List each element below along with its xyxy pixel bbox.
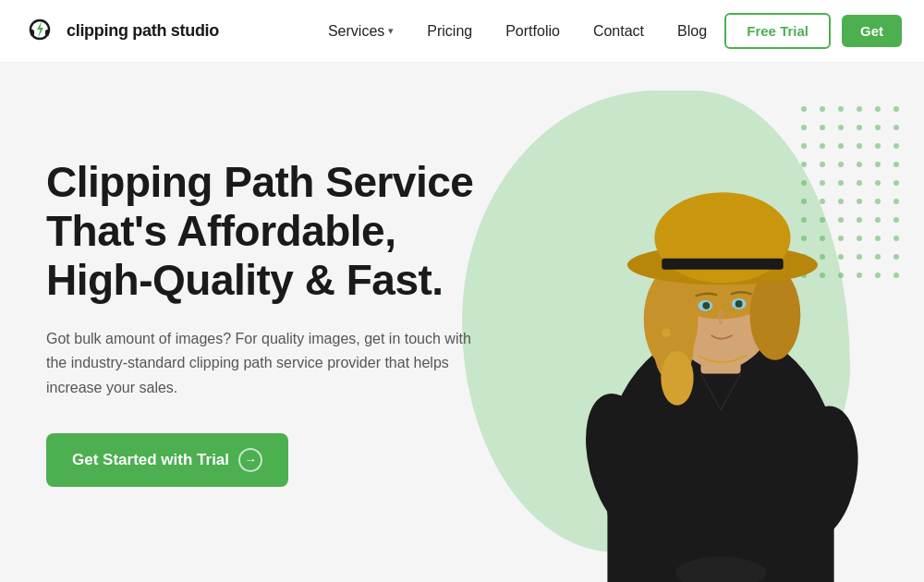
svg-point-79 xyxy=(702,302,710,309)
svg-point-81 xyxy=(662,328,671,337)
hero-description: Got bulk amount of images? For quality i… xyxy=(46,327,471,400)
hero-image xyxy=(444,83,924,582)
navbar-actions: Free Trial Get xyxy=(724,13,902,49)
free-trial-button[interactable]: Free Trial xyxy=(724,13,831,49)
hero-section: // Will render via the SVG circles below xyxy=(0,63,924,582)
navbar: clipping path studio Services ▾ Pricing … xyxy=(0,0,924,63)
hero-content: Clipping Path Service That's Affordable,… xyxy=(0,103,473,542)
nav-portfolio[interactable]: Portfolio xyxy=(505,23,560,40)
nav-links: Services ▾ Pricing Portfolio Contact Blo… xyxy=(328,23,707,40)
get-started-cta-button[interactable]: Get Started with Trial → xyxy=(46,433,288,487)
brand-logo-area: clipping path studio xyxy=(22,14,219,49)
logo-icon xyxy=(22,14,57,49)
hero-title: Clipping Path Service That's Affordable,… xyxy=(46,158,473,305)
svg-point-73 xyxy=(661,351,693,406)
nav-contact[interactable]: Contact xyxy=(593,23,644,40)
svg-rect-2 xyxy=(45,30,49,36)
svg-point-80 xyxy=(736,300,743,308)
nav-blog[interactable]: Blog xyxy=(677,23,707,40)
nav-services[interactable]: Services ▾ xyxy=(328,23,394,40)
get-started-nav-button[interactable]: Get xyxy=(842,15,902,47)
svg-rect-1 xyxy=(30,30,34,36)
svg-rect-76 xyxy=(662,259,783,270)
hero-woman-illustration xyxy=(536,111,906,582)
arrow-circle-icon: → xyxy=(238,448,262,472)
nav-pricing[interactable]: Pricing xyxy=(427,23,472,40)
brand-name: clipping path studio xyxy=(67,21,219,41)
chevron-down-icon: ▾ xyxy=(388,25,394,37)
